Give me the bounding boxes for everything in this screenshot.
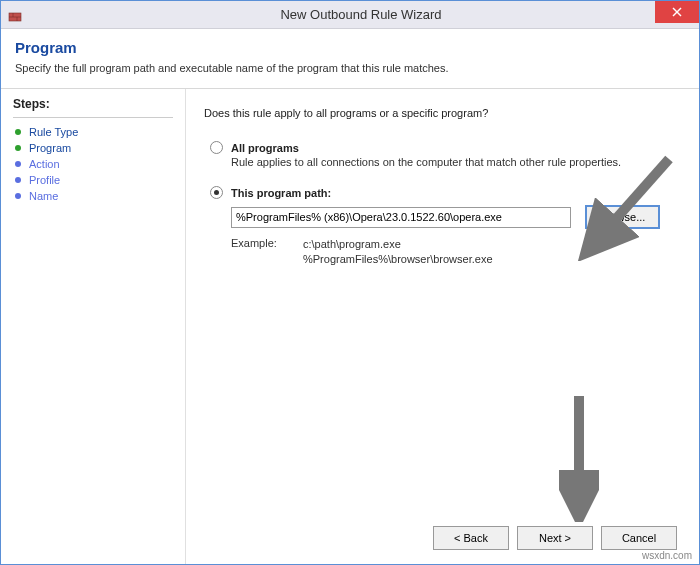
step-bullet-icon <box>15 193 21 199</box>
step-rule-type[interactable]: Rule Type <box>13 124 173 140</box>
radio-all-programs-desc: Rule applies to all connections on the c… <box>231 156 681 168</box>
step-label: Action <box>29 158 60 170</box>
step-label: Program <box>29 142 71 154</box>
cancel-button[interactable]: Cancel <box>601 526 677 550</box>
firewall-icon <box>7 7 23 23</box>
browse-button[interactable]: Browse... <box>585 205 660 229</box>
back-button[interactable]: < Back <box>433 526 509 550</box>
step-label: Name <box>29 190 58 202</box>
step-bullet-icon <box>15 177 21 183</box>
page-title: Program <box>15 39 685 56</box>
wizard-header: Program Specify the full program path an… <box>1 29 699 89</box>
radio-this-program-path-label: This program path: <box>231 187 331 199</box>
watermark-text: wsxdn.com <box>642 550 692 561</box>
option-all-programs: All programs Rule applies to all connect… <box>210 141 681 168</box>
steps-divider <box>13 117 173 118</box>
radio-all-programs-label: All programs <box>231 142 299 154</box>
prompt-text: Does this rule apply to all programs or … <box>204 107 681 119</box>
wizard-body: Steps: Rule Type Program Action Profile … <box>1 89 699 564</box>
step-profile[interactable]: Profile <box>13 172 173 188</box>
steps-heading: Steps: <box>13 97 173 111</box>
wizard-window: New Outbound Rule Wizard Program Specify… <box>0 0 700 565</box>
content-panel: Does this rule apply to all programs or … <box>186 89 699 564</box>
window-title: New Outbound Rule Wizard <box>23 7 699 22</box>
steps-sidebar: Steps: Rule Type Program Action Profile … <box>1 89 186 564</box>
option-this-program-path: This program path: Browse... Example: c:… <box>210 186 681 268</box>
next-button[interactable]: Next > <box>517 526 593 550</box>
step-name[interactable]: Name <box>13 188 173 204</box>
step-bullet-icon <box>15 145 21 151</box>
step-label: Profile <box>29 174 60 186</box>
step-bullet-icon <box>15 129 21 135</box>
program-path-input[interactable] <box>231 207 571 228</box>
radio-all-programs[interactable] <box>210 141 223 154</box>
step-action[interactable]: Action <box>13 156 173 172</box>
example-paths: c:\path\program.exe %ProgramFiles%\brows… <box>303 237 493 268</box>
example-line-1: c:\path\program.exe <box>303 237 493 252</box>
wizard-footer: < Back Next > Cancel <box>204 520 681 556</box>
step-label: Rule Type <box>29 126 78 138</box>
close-button[interactable] <box>655 1 699 23</box>
step-bullet-icon <box>15 161 21 167</box>
annotation-arrow-icon <box>559 392 599 522</box>
example-label: Example: <box>231 237 303 268</box>
titlebar: New Outbound Rule Wizard <box>1 1 699 29</box>
example-line-2: %ProgramFiles%\browser\browser.exe <box>303 252 493 267</box>
step-program[interactable]: Program <box>13 140 173 156</box>
page-subtitle: Specify the full program path and execut… <box>15 62 685 74</box>
radio-this-program-path[interactable] <box>210 186 223 199</box>
